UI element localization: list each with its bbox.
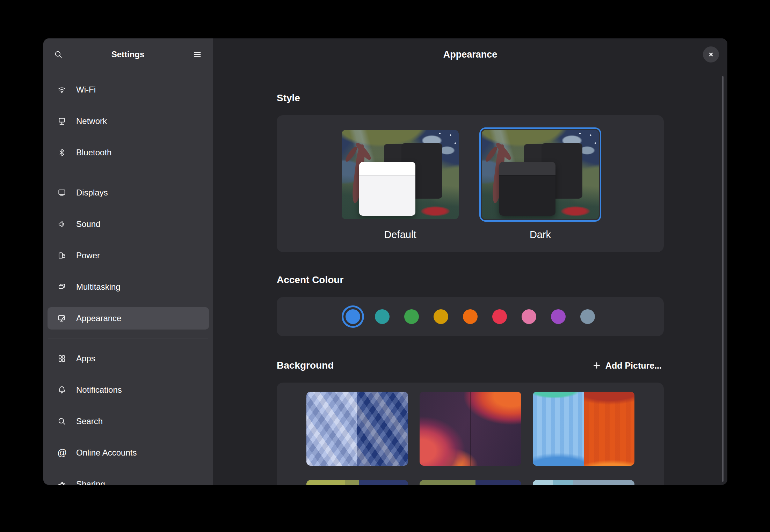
- sidebar-nav: Wi-FiNetworkBluetoothDisplaysSoundPowerM…: [43, 79, 213, 485]
- background-card: [277, 383, 664, 485]
- background-heading-row: Background Add Picture...: [277, 360, 664, 371]
- main-panel: Appearance Style: [213, 38, 727, 485]
- bluetooth-icon: [57, 148, 66, 157]
- search-icon: [57, 417, 66, 426]
- sidebar-title: Settings: [63, 50, 193, 59]
- mock-window-dark: [499, 162, 555, 216]
- sidebar-item-label: Network: [76, 116, 107, 126]
- add-picture-button[interactable]: Add Picture...: [590, 361, 664, 371]
- accent-heading: Accent Colour: [277, 274, 664, 286]
- style-default-preview: [342, 130, 459, 219]
- headerbar: Appearance: [213, 38, 727, 71]
- accent-swatch-red[interactable]: [492, 309, 507, 324]
- accent-colour-card: [277, 297, 664, 336]
- sidebar-item-power[interactable]: Power: [48, 244, 209, 267]
- appearance-icon: [57, 314, 66, 323]
- wallpaper-thumb-drips-split[interactable]: [533, 392, 634, 466]
- online-accounts-icon: @: [57, 448, 66, 457]
- accent-swatch-blue[interactable]: [346, 309, 360, 324]
- notifications-icon: [57, 385, 66, 394]
- sidebar-divider: [48, 339, 208, 339]
- style-default-label: Default: [384, 229, 416, 241]
- sidebar-item-search[interactable]: Search: [48, 410, 209, 433]
- plus-icon: [592, 361, 601, 370]
- style-card: Default: [277, 115, 664, 252]
- wallpaper-row: [306, 392, 634, 466]
- wallpaper-thumb-blue-geometric[interactable]: [306, 392, 408, 466]
- sidebar-header: Settings: [43, 43, 213, 66]
- style-dark-label: Dark: [530, 229, 551, 241]
- accent-swatch-slate[interactable]: [580, 309, 595, 324]
- network-icon: [57, 117, 66, 126]
- close-icon: [707, 50, 715, 59]
- style-option-default[interactable]: Default: [339, 130, 461, 252]
- sidebar-item-multitasking[interactable]: Multitasking: [48, 276, 209, 298]
- sidebar-item-sound[interactable]: Sound: [48, 213, 209, 235]
- page-title: Appearance: [213, 38, 727, 71]
- style-heading: Style: [277, 93, 664, 104]
- sidebar-item-label: Search: [76, 416, 103, 426]
- add-picture-label: Add Picture...: [605, 361, 662, 371]
- sidebar-item-wi-fi[interactable]: Wi-Fi: [48, 79, 209, 101]
- hamburger-menu-icon[interactable]: [193, 50, 202, 59]
- sidebar-item-label: Sharing: [76, 479, 105, 485]
- style-dark-frame-selected: [479, 127, 601, 222]
- sharing-icon: [57, 480, 66, 485]
- sidebar-divider: [48, 173, 208, 173]
- sidebar-item-online-accounts[interactable]: @Online Accounts: [48, 442, 209, 464]
- sidebar-item-label: Apps: [76, 354, 95, 363]
- displays-icon: [57, 188, 66, 197]
- sound-icon: [57, 220, 66, 229]
- sidebar-item-label: Sound: [76, 219, 100, 229]
- sidebar-item-label: Wi-Fi: [76, 85, 96, 95]
- wallpaper-thumb-glacier[interactable]: [533, 480, 634, 485]
- background-heading: Background: [277, 360, 334, 371]
- wifi-icon: [57, 85, 66, 94]
- sidebar-item-label: Online Accounts: [76, 448, 137, 458]
- sidebar-item-label: Notifications: [76, 385, 122, 395]
- sidebar-item-network[interactable]: Network: [48, 110, 209, 132]
- search-icon[interactable]: [54, 50, 63, 59]
- style-default-frame: [339, 127, 461, 222]
- sidebar-item-apps[interactable]: Apps: [48, 347, 209, 370]
- wallpaper-thumb-magma-waves[interactable]: [420, 392, 521, 466]
- sidebar-item-label: Multitasking: [76, 282, 121, 292]
- style-dark-preview: [482, 130, 599, 219]
- sidebar-item-notifications[interactable]: Notifications: [48, 379, 209, 401]
- wallpaper-thumb-pixels-night[interactable]: [420, 480, 521, 485]
- sidebar-item-label: Bluetooth: [76, 148, 111, 157]
- accent-swatch-teal[interactable]: [375, 309, 390, 324]
- accent-swatch-yellow[interactable]: [434, 309, 448, 324]
- settings-window: Settings Wi-FiNetworkBluetoothDisplaysSo…: [43, 38, 727, 485]
- scrollbar[interactable]: [722, 76, 724, 482]
- sidebar: Settings Wi-FiNetworkBluetoothDisplaysSo…: [43, 38, 213, 485]
- sidebar-item-label: Appearance: [76, 313, 121, 323]
- multitasking-icon: [57, 282, 66, 291]
- power-icon: [57, 251, 66, 260]
- close-button[interactable]: [703, 46, 719, 62]
- mock-window-light: [359, 162, 415, 216]
- sidebar-item-appearance[interactable]: Appearance: [48, 307, 209, 330]
- apps-icon: [57, 354, 66, 363]
- sidebar-item-label: Displays: [76, 188, 108, 198]
- accent-swatch-purple[interactable]: [551, 309, 566, 324]
- sidebar-item-displays[interactable]: Displays: [48, 182, 209, 204]
- accent-swatch-orange[interactable]: [463, 309, 478, 324]
- style-option-dark[interactable]: Dark: [479, 130, 601, 252]
- accent-swatch-green[interactable]: [404, 309, 419, 324]
- sidebar-item-sharing[interactable]: Sharing: [48, 473, 209, 485]
- wallpaper-row: [306, 480, 634, 485]
- accent-swatch-pink[interactable]: [522, 309, 536, 324]
- sidebar-item-label: Power: [76, 251, 100, 260]
- content-scroll[interactable]: Style: [213, 71, 727, 485]
- sidebar-item-bluetooth[interactable]: Bluetooth: [48, 141, 209, 164]
- wallpaper-thumb-keys-split[interactable]: [306, 480, 408, 485]
